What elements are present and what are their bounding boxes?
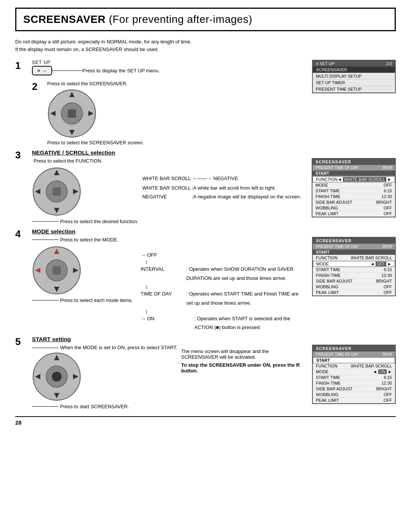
ss-m1-func-val: ◄ WHITE BAR SCROLL ► xyxy=(338,177,392,182)
step5-bold: To stop the SCREENSAVER under ON, press … xyxy=(181,362,300,374)
screensaver-menu-1: SCREENSAVER PRESENT TIME OF DAY 99:99 ST… xyxy=(312,158,396,217)
scroll-desc-row-1: WHITE BAR SCROLL : A white bar will scro… xyxy=(142,184,304,192)
setup-menu-item-screensaver[interactable]: SCREENSAVER xyxy=(313,67,395,73)
ss-m3-pk-label: PEAK LIMIT xyxy=(316,398,339,403)
mode-off-row: → OFF xyxy=(140,251,304,259)
ss-m1-function: FUNCTION ◄ WHITE BAR SCROLL ► xyxy=(312,176,395,182)
ss-m3-present-val: 99:99 xyxy=(382,352,392,356)
setup-btn-arrow: → xyxy=(42,68,47,73)
step4-left: Press to select the MODE. xyxy=(32,237,304,332)
mode-tod-label: TIME OF DAY xyxy=(140,289,186,307)
mode-on-row: → ON : Operates when START is selected a… xyxy=(140,314,304,332)
step3-desc1: Press to select the FUNCTION. xyxy=(33,158,102,164)
step5-text2: To stop the SCREENSAVER under ON, press … xyxy=(181,362,304,374)
ss-m1-finish-time: FINISH TIME 12:30 xyxy=(312,194,395,200)
step5-pointer-2: Press to start SCREENSAVER. xyxy=(32,404,177,409)
step5-circle-area: When the MODE is set to ON, press to sel… xyxy=(32,345,177,409)
page-title: SCREENSAVER (For preventing after-images… xyxy=(15,8,396,31)
step2-num: 2 xyxy=(32,81,43,93)
nav-circle-svg-1 xyxy=(47,89,97,138)
ss-m2-finish-time: FINISH TIME 12:30 xyxy=(313,273,395,278)
mode-updown-2: ↕ xyxy=(145,284,304,289)
section-5: 5 START setting When the MODE is set to … xyxy=(15,336,396,409)
scroll-text-1: A white bar will scroll from left to rig… xyxy=(193,184,276,192)
ss-m1-mode-label: MODE xyxy=(315,183,328,187)
step1-left: SET UP ≡ → Press to display the SET UP m… xyxy=(32,60,304,145)
step4-desc1: Press to select the MODE. xyxy=(60,237,118,243)
ss-m1-ft-label: FINISH TIME xyxy=(315,194,340,199)
step2-content: Press to select the SCREENSAVER. xyxy=(47,81,144,145)
intro-line1: Do not display a still picture, especial… xyxy=(15,38,396,46)
ss-m3-mode-label: MODE xyxy=(316,369,328,374)
scroll-arrow-text: WHITE BAR SCROLL ←——→ NEGATIVE xyxy=(142,176,304,181)
title-sub: (For preventing after-images) xyxy=(109,13,252,25)
step3-row-full: Press to select the FUNCTION. xyxy=(32,158,396,224)
mode-on-text: : Operates when START is selected and th… xyxy=(194,314,304,332)
step4-pointer-2: Press to select each mode items. xyxy=(32,297,133,303)
nav-circle-5 xyxy=(32,352,81,401)
ss-m1-func-label: FUNCTION xyxy=(316,177,338,182)
step2-desc2: Press to select the SCREENSAVER screen. xyxy=(47,140,144,145)
ss-m2-pk-label: PEAK LIMIT xyxy=(316,290,339,295)
ss-m3-sb-val: BRIGHT xyxy=(376,387,392,391)
mode-arrow-right-2: → xyxy=(140,314,145,323)
section-1-2: 1 SET UP ≡ → Press to display the SET UP xyxy=(15,60,396,145)
step4-heading: MODE selection xyxy=(32,228,396,235)
ss-m3-mode: MODE ◄ ON ► xyxy=(313,369,395,375)
step-4-num: 4 xyxy=(15,228,29,240)
ss-m3-function: FUNCTION WHITE BAR SCROLL xyxy=(313,363,395,369)
ss-m1-st-label: START TIME xyxy=(315,189,340,193)
ss-m2-sb-label: SIDE BAR ADJUST xyxy=(316,279,353,283)
setup-button[interactable]: ≡ → xyxy=(32,66,52,75)
scroll-descriptions: WHITE BAR SCROLL : A white bar will scro… xyxy=(142,184,304,201)
nav-circle-3 xyxy=(32,167,81,216)
mode-arrow-right: → xyxy=(140,251,145,259)
ss-m2-mode: MODE ◄ OFF ► xyxy=(313,261,395,267)
ss-m1-peak: PEAK LIMIT OFF xyxy=(312,211,395,217)
step5-desc2: Press to start SCREENSAVER. xyxy=(60,404,129,409)
step-4-content: MODE selection Press to select the MODE. xyxy=(32,228,396,332)
ss-m3-st-label: START TIME xyxy=(316,375,340,380)
ss-m2-mode-val: ◄ OFF ► xyxy=(370,262,392,266)
step3-pointer-1: Press to select the FUNCTION. xyxy=(32,158,89,164)
ss-menu1-title: SCREENSAVER xyxy=(312,159,395,165)
ss-m3-ft-label: FINISH TIME xyxy=(316,381,341,385)
ss-m3-finish-time: FINISH TIME 12:30 xyxy=(313,380,395,386)
ss-m2-wob-label: WOBBLING xyxy=(316,284,338,289)
scroll-desc-row-2: NEGATIVE : A negative image will be disp… xyxy=(142,193,304,201)
step-1-content: SET UP ≡ → Press to display the SET UP m… xyxy=(32,60,396,145)
setup-menu-item-timer[interactable]: SET UP TIMER xyxy=(313,80,395,86)
ss-m1-ft-val: 12:30 xyxy=(381,194,392,199)
ss-m3-mode-val: ◄ ON ► xyxy=(373,369,392,374)
mode-updown-3: ↕ xyxy=(145,309,304,314)
ss-m3-sidebar: SIDE BAR ADJUST BRIGHT xyxy=(313,386,395,392)
ss-menu2-title: SCREENSAVER xyxy=(313,238,395,244)
step-5-content: START setting When the MODE is set to ON… xyxy=(32,336,396,409)
ss-m3-peak: PEAK LIMIT OFF xyxy=(313,398,395,403)
mode-updown-1: ↕ xyxy=(145,259,304,265)
ss-m1-sb-label: SIDE BAR ADJUST xyxy=(315,200,352,204)
section-3: 3 NEGATIVE / SCROLL selection Press to s… xyxy=(15,149,396,224)
ss-m3-pk-val: OFF xyxy=(384,398,392,403)
step1-row-full: SET UP ≡ → Press to display the SET UP m… xyxy=(32,60,396,145)
step3-diagram-area: Press to select the FUNCTION. xyxy=(32,158,304,224)
step5-heading: START setting xyxy=(32,336,396,342)
setup-menu-page: 2/2 xyxy=(386,61,392,66)
step4-pointer-1: Press to select the MODE. xyxy=(32,237,133,243)
ss-m2-present-label: PRESENT TIME OF DAY xyxy=(316,244,359,249)
ss-m1-start-time: START TIME 6:15 xyxy=(312,188,395,194)
ss-m1-pk-val: OFF xyxy=(384,211,392,216)
setup-menu-item-multi[interactable]: MULTI DISPLAY SETUP xyxy=(313,73,395,80)
step-1-num: 1 xyxy=(15,60,29,72)
screensaver-menu-3: SCREENSAVER PRESENT TIME OF DAY 99:99 ST… xyxy=(312,345,396,404)
step5-desc1: When the MODE is set to ON, press to sel… xyxy=(60,345,177,350)
ss-m1-st-val: 6:15 xyxy=(384,189,392,193)
ss-m2-func-val: WHITE BAR SCROLL xyxy=(351,256,392,260)
ss-m3-sb-label: SIDE BAR ADJUST xyxy=(316,387,353,391)
mode-timeofday-row: TIME OF DAY : Operates when START TIME a… xyxy=(140,289,304,307)
step5-text-block: The menu screen will disappear and the S… xyxy=(181,348,304,374)
setup-menu-title: ≡ SET UP 2/2 xyxy=(313,61,395,67)
step5-row-full: When the MODE is set to ON, press to sel… xyxy=(32,345,396,409)
setup-menu-item-present[interactable]: PRESENT TIME SETUP xyxy=(313,86,395,93)
nav-circle-svg-4 xyxy=(32,246,81,295)
